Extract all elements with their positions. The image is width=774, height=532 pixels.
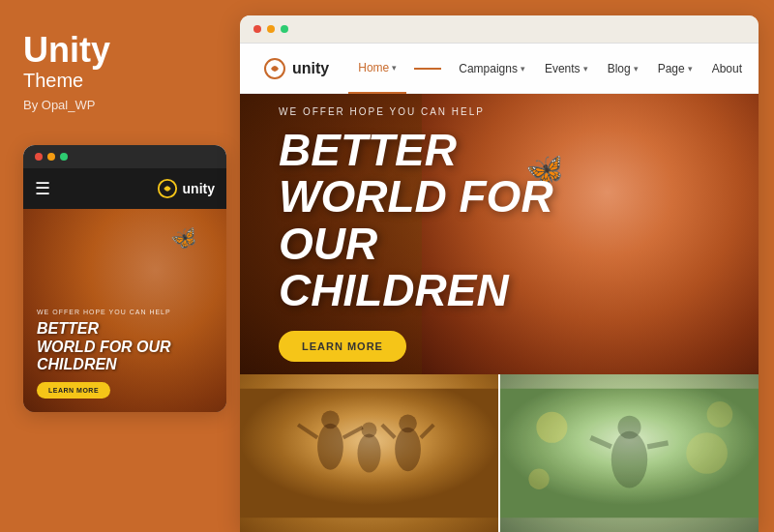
nav-separator — [414, 68, 441, 70]
chevron-down-icon: ▾ — [688, 64, 693, 74]
mobile-nav: ☰ unity — [23, 168, 226, 209]
svg-point-8 — [399, 414, 417, 432]
svg-point-15 — [617, 416, 640, 439]
svg-point-14 — [611, 431, 647, 488]
hero-headline: BETTER WORLD FOR OUR CHILDREN — [279, 127, 608, 313]
bottom-card-right-image — [500, 374, 759, 532]
sidebar: Unity Theme By Opal_WP ☰ unity 🦋 — [0, 0, 240, 532]
svg-point-21 — [707, 401, 733, 428]
bottom-card-right — [500, 374, 759, 532]
sidebar-title: Unity — [23, 31, 217, 70]
svg-point-4 — [321, 410, 340, 429]
dot-green — [60, 153, 68, 161]
mobile-cta-button[interactable]: LEARN MORE — [37, 382, 110, 399]
nav-item-contact[interactable]: Contact — [752, 44, 759, 94]
browser-dot-green — [281, 25, 288, 33]
desktop-logo[interactable]: unity — [263, 57, 329, 80]
desktop-logo-icon — [263, 57, 286, 80]
mobile-browser-bar — [23, 145, 226, 168]
unity-logo-icon — [157, 178, 178, 199]
bottom-card-left-image — [240, 374, 498, 532]
hamburger-icon[interactable]: ☰ — [35, 178, 50, 199]
nav-item-events[interactable]: Events ▾ — [535, 44, 598, 94]
dot-yellow — [47, 153, 55, 161]
hero-cta-button[interactable]: LEARN MORE — [279, 331, 406, 362]
mobile-hero-tagline: WE OFFER HOPE YOU CAN HELP — [37, 309, 213, 315]
hero-content: WE OFFER HOPE YOU CAN HELP BETTER WORLD … — [240, 106, 646, 362]
mobile-logo-text: unity — [183, 181, 215, 196]
svg-point-3 — [317, 424, 343, 470]
chevron-down-icon: ▾ — [634, 64, 639, 74]
chevron-down-icon: ▾ — [521, 64, 525, 74]
svg-point-7 — [395, 428, 421, 471]
nav-item-campaigns[interactable]: Campaigns ▾ — [449, 44, 535, 94]
svg-point-18 — [536, 412, 567, 443]
mobile-preview-card: ☰ unity 🦋 WE OFFER HOPE YOU CAN HELP BET… — [23, 145, 226, 412]
browser-dot-red — [253, 25, 261, 33]
desktop-navbar: unity Home ▾ Campaigns ▾ Events ▾ Blog — [240, 44, 759, 94]
chevron-down-icon: ▾ — [392, 63, 397, 73]
browser-dot-yellow — [267, 25, 275, 33]
browser-bar — [240, 15, 759, 44]
nav-item-about[interactable]: About — [702, 44, 752, 94]
sidebar-subtitle: Theme — [23, 70, 217, 92]
nav-item-home[interactable]: Home ▾ — [348, 44, 406, 94]
chevron-down-icon: ▾ — [583, 64, 588, 74]
desktop-hero: 🦋 WE OFFER HOPE YOU CAN HELP BETTER WORL… — [240, 94, 759, 374]
mobile-hero-headline: BETTER WORLD FOR OUR CHILDREN — [37, 320, 213, 373]
nav-item-blog[interactable]: Blog ▾ — [598, 44, 648, 94]
desktop-bottom-section — [240, 374, 759, 532]
mobile-hero: 🦋 WE OFFER HOPE YOU CAN HELP BETTER WORL… — [23, 209, 226, 412]
svg-point-20 — [528, 469, 549, 489]
svg-point-6 — [361, 422, 376, 437]
mobile-logo: unity — [157, 178, 215, 199]
hero-tagline: WE OFFER HOPE YOU CAN HELP — [279, 106, 608, 117]
sidebar-author: By Opal_WP — [23, 98, 217, 112]
svg-point-19 — [686, 432, 728, 474]
desktop-logo-text: unity — [292, 60, 329, 77]
dot-red — [35, 153, 43, 161]
nav-links: Home ▾ Campaigns ▾ Events ▾ Blog ▾ Page — [348, 44, 759, 94]
website-preview: unity Home ▾ Campaigns ▾ Events ▾ Blog — [240, 44, 759, 532]
svg-point-5 — [357, 433, 380, 472]
main-area: unity Home ▾ Campaigns ▾ Events ▾ Blog — [240, 15, 759, 532]
nav-item-page[interactable]: Page ▾ — [648, 44, 702, 94]
bottom-card-left — [240, 374, 498, 532]
